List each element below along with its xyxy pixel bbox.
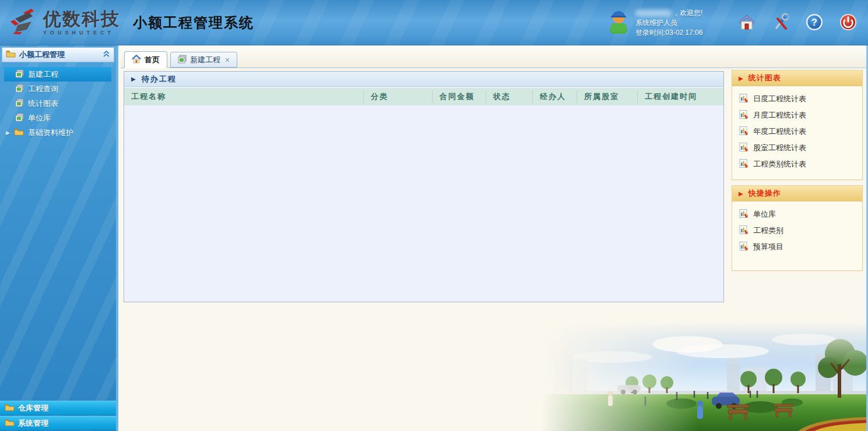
- sidebar-panel-label: 仓库管理: [18, 403, 48, 414]
- tree-expander-icon[interactable]: ▶: [6, 130, 10, 136]
- sidebar-item-label: 统计图表: [28, 98, 58, 109]
- tools-icon[interactable]: [771, 13, 790, 31]
- table-body-empty: [124, 105, 723, 302]
- column-header-status[interactable]: 状态: [486, 90, 532, 103]
- panel-title: 统计图表: [748, 73, 781, 83]
- welcome-line: ，欢迎您!: [635, 8, 702, 18]
- form-icon: [15, 113, 24, 123]
- brand-block: 优数科技 YOUSHUTECT: [43, 10, 120, 36]
- bar-chart-icon: [739, 143, 748, 153]
- form-icon: [15, 69, 24, 80]
- right-column: ▶ 统计图表 日: [732, 70, 863, 276]
- help-icon[interactable]: ?: [805, 13, 824, 31]
- folder-icon: [6, 50, 16, 60]
- column-header-handler[interactable]: 经办人: [532, 90, 577, 103]
- sidebar: 小额工程管理 新建工程: [0, 45, 118, 431]
- link-label: 年度工程统计表: [753, 126, 806, 137]
- bar-chart-icon: [739, 126, 748, 137]
- logo-mark-icon: [8, 8, 38, 38]
- sidebar-item-project-query[interactable]: 工程查询: [0, 82, 116, 96]
- bar-chart-icon: [739, 110, 748, 121]
- bar-chart-icon: [739, 209, 748, 220]
- tab-close-icon[interactable]: ×: [225, 56, 230, 64]
- stat-charts-list: 日度工程统计表 月度工程统计表: [732, 86, 862, 179]
- folder-icon: [14, 128, 24, 137]
- tab-new-project[interactable]: 新建工程 ×: [170, 52, 237, 68]
- sidebar-item-new-project[interactable]: 新建工程: [4, 67, 111, 82]
- sidebar-item-base-data[interactable]: ▶ 基础资料维护: [0, 125, 116, 140]
- main-area: 首页 新建工程 ×: [121, 45, 868, 431]
- link-unit-library[interactable]: 单位库: [732, 206, 862, 222]
- tab-home[interactable]: 首页: [124, 51, 167, 68]
- quick-actions-panel-header: ▶ 快捷操作: [732, 186, 862, 202]
- sidebar-panel-header-project-mgmt[interactable]: 小额工程管理: [2, 47, 114, 62]
- link-label: 月度工程统计表: [753, 110, 806, 121]
- tab-label: 新建工程: [190, 55, 220, 65]
- user-info: ，欢迎您! 系统维护人员 登录时间:03-02 17:06: [607, 8, 702, 38]
- stat-charts-panel: ▶ 统计图表 日: [732, 70, 863, 180]
- column-header-contract-amount[interactable]: 合同金额: [432, 90, 486, 103]
- avatar-icon: [607, 8, 630, 38]
- stat-charts-panel-header: ▶ 统计图表: [732, 70, 862, 86]
- double-chevron-up-icon[interactable]: [103, 50, 110, 60]
- link-yearly-report[interactable]: 年度工程统计表: [732, 123, 862, 140]
- sidebar-item-label: 基础资料维护: [28, 128, 73, 138]
- panel-title: 快捷操作: [748, 188, 781, 199]
- table-header-row: 工程名称 分类 合同金额 状态 经办人 所属股室 工程创建时间: [124, 88, 723, 105]
- sidebar-panel-label: 小额工程管理: [19, 50, 99, 60]
- landscape-image: [542, 322, 868, 431]
- user-role: 系统维护人员: [635, 18, 702, 28]
- sidebar-item-label: 新建工程: [28, 69, 58, 80]
- link-project-category[interactable]: 工程类别: [732, 222, 862, 239]
- todo-projects-panel: ▶ 待办工程 工程名称 分类 合同金额 状态 经办人 所属股室 工程创建时间: [124, 71, 724, 302]
- welcome-text: ，欢迎您!: [673, 8, 702, 18]
- brand-subtitle: YOUSHUTECT: [43, 30, 120, 36]
- link-label: 股室工程统计表: [753, 143, 806, 153]
- column-header-create-time[interactable]: 工程创建时间: [637, 90, 723, 103]
- sidebar-item-stat-charts[interactable]: 统计图表: [0, 96, 116, 111]
- quick-actions-list: 单位库 工程类别: [732, 202, 862, 270]
- brand-name: 优数科技: [43, 10, 120, 28]
- tab-bar: 首页 新建工程 ×: [121, 45, 868, 68]
- todo-panel-title: 待办工程: [142, 74, 177, 84]
- form-icon: [15, 84, 24, 94]
- logo: 优数科技 YOUSHUTECT 小额工程管理系统: [0, 8, 254, 38]
- home-icon[interactable]: [737, 13, 756, 31]
- svg-text:?: ?: [811, 17, 817, 27]
- red-arrow-icon: ▶: [739, 75, 743, 82]
- quick-actions-panel: ▶ 快捷操作 单: [732, 185, 863, 271]
- user-text: ，欢迎您! 系统维护人员 登录时间:03-02 17:06: [635, 8, 702, 38]
- redacted-username: [635, 9, 672, 17]
- sidebar-panel-header-warehouse[interactable]: 仓库管理: [0, 401, 116, 415]
- bar-chart-icon: [739, 159, 748, 169]
- link-budget-items[interactable]: 预算项目: [732, 239, 862, 255]
- folder-icon: [5, 419, 15, 428]
- link-monthly-report[interactable]: 月度工程统计表: [732, 107, 862, 123]
- tab-label: 首页: [145, 55, 160, 65]
- todo-panel-header[interactable]: ▶ 待办工程: [124, 72, 723, 87]
- sidebar-item-label: 单位库: [28, 113, 51, 123]
- sidebar-item-label: 工程查询: [28, 84, 58, 94]
- sidebar-panel-label: 系统管理: [18, 418, 48, 429]
- link-department-report[interactable]: 股室工程统计表: [732, 140, 862, 156]
- link-daily-report[interactable]: 日度工程统计表: [732, 91, 862, 107]
- column-header-department[interactable]: 所属股室: [577, 90, 637, 103]
- column-header-project-name[interactable]: 工程名称: [124, 90, 363, 103]
- header-toolbar: ?: [737, 13, 858, 31]
- link-category-report[interactable]: 工程类别统计表: [732, 156, 862, 172]
- sidebar-panel-header-system[interactable]: 系统管理: [0, 416, 116, 430]
- landscape-fade: [542, 322, 868, 431]
- power-icon[interactable]: [839, 13, 858, 31]
- expand-arrow-icon[interactable]: ▶: [131, 76, 136, 82]
- content-region: ▶ 待办工程 工程名称 分类 合同金额 状态 经办人 所属股室 工程创建时间 ▶…: [121, 68, 868, 431]
- sidebar-menu: 新建工程 工程查询 统计图表: [0, 62, 116, 140]
- column-header-category[interactable]: 分类: [363, 90, 432, 103]
- link-label: 工程类别统计表: [753, 159, 806, 169]
- sidebar-item-unit-library[interactable]: 单位库: [0, 111, 116, 125]
- form-icon: [178, 55, 187, 65]
- login-time: 登录时间:03-02 17:06: [635, 28, 702, 38]
- link-label: 预算项目: [753, 242, 783, 252]
- page-title: 小额工程管理系统: [133, 13, 254, 32]
- app-header: 优数科技 YOUSHUTECT 小额工程管理系统 ，欢迎您! 系统维护人员 登录…: [0, 0, 868, 45]
- bar-chart-icon: [739, 225, 748, 236]
